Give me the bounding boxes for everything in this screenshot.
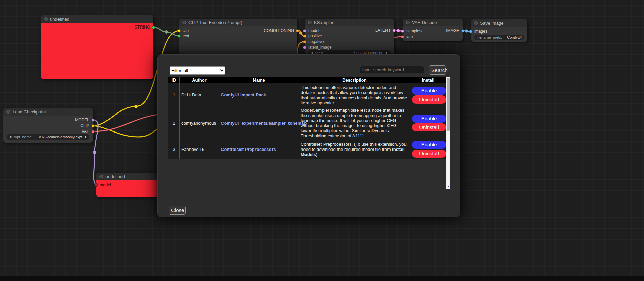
slot-label: clip xyxy=(183,28,189,33)
cell-name: ComfyUI_experiments/sampler_tonemap xyxy=(219,107,299,139)
slot-dot[interactable] xyxy=(461,29,464,32)
slot-label: model xyxy=(100,182,111,187)
uninstall-button[interactable]: Uninstall xyxy=(412,123,446,131)
slot-dot[interactable] xyxy=(296,29,299,32)
collapse-dot-icon[interactable] xyxy=(406,21,410,24)
table-scrollbar[interactable]: ▼ xyxy=(446,77,450,189)
collapse-dot-icon[interactable] xyxy=(182,21,186,24)
collapse-dot-icon[interactable] xyxy=(99,175,103,178)
input-slot-text[interactable]: text xyxy=(178,34,189,38)
link-dot-image xyxy=(465,30,468,33)
output-slot-image[interactable]: IMAGE xyxy=(446,28,464,33)
collapse-dot-icon[interactable] xyxy=(6,110,10,114)
output-slot-conditioning[interactable]: CONDITIONING xyxy=(264,28,299,33)
slot-dot[interactable] xyxy=(303,40,306,43)
node-load-checkpoint[interactable]: Load Checkpoint MODEL CLIP VAE ◀ ckpt_na… xyxy=(3,108,93,143)
close-button[interactable]: Close xyxy=(169,206,186,215)
scrollbar-thumb[interactable] xyxy=(447,78,450,131)
input-slot-model[interactable]: model xyxy=(303,28,319,33)
input-slot-model[interactable]: model xyxy=(95,182,111,187)
enable-button[interactable]: Enable xyxy=(412,141,446,149)
slot-dot[interactable] xyxy=(401,35,404,38)
uninstall-button[interactable]: Uninstall xyxy=(412,150,446,158)
node-title-bar[interactable]: Save Image xyxy=(471,19,527,27)
slot-label: images xyxy=(474,29,488,34)
slot-dot[interactable] xyxy=(178,29,181,32)
enable-button[interactable]: Enable xyxy=(412,115,446,123)
node-clip-text-encode[interactable]: CLIP Text Encode (Prompt) clip text COND… xyxy=(179,19,297,56)
input-slot-samples[interactable]: samples xyxy=(401,29,422,33)
input-slot-negative[interactable]: negative xyxy=(303,39,324,44)
input-slot-images[interactable]: images xyxy=(469,29,488,34)
output-slot-latent[interactable]: LATENT xyxy=(375,28,396,33)
filter-select[interactable]: Filter: all xyxy=(170,66,225,75)
node-title-text: undefined xyxy=(105,174,125,179)
slot-dot[interactable] xyxy=(92,119,95,122)
node-vae-decode[interactable]: VAE Decode samples vae IMAGE xyxy=(403,19,463,41)
widget-label: filename_prefix xyxy=(477,35,502,39)
output-slot-vae[interactable]: VAE xyxy=(82,129,95,134)
input-slot-positive[interactable]: positive xyxy=(303,34,322,38)
collapse-dot-icon[interactable] xyxy=(474,21,478,25)
output-slot-string[interactable]: STRING xyxy=(135,25,155,30)
stepper-left-icon[interactable]: ◀ xyxy=(9,134,11,140)
uninstall-button[interactable]: Uninstall xyxy=(412,95,446,104)
slot-dot[interactable] xyxy=(393,29,396,32)
node-title-text: VAE Decode xyxy=(412,20,437,25)
cell-name: ControlNet Preprocessors xyxy=(219,139,299,159)
widget-value: v1-5-pruned-emaonly.ckpt xyxy=(39,135,82,139)
node-title-text: undefined xyxy=(50,17,69,22)
slot-dot[interactable] xyxy=(92,130,95,133)
enable-button[interactable]: Enable xyxy=(412,87,446,95)
slot-dot[interactable] xyxy=(303,29,306,32)
node-title-bar[interactable]: undefined xyxy=(41,15,153,23)
cell-description: ModelSamplerTonemapNoiseTest a node that… xyxy=(299,107,410,139)
ckpt-name-widget[interactable]: ◀ ckpt_name v1-5-pruned-emaonly.ckpt ▶ xyxy=(7,134,89,140)
cell-install: Enable Uninstall xyxy=(410,107,446,139)
node-title-bar[interactable]: CLIP Text Encode (Prompt) xyxy=(179,19,297,26)
slot-dot[interactable] xyxy=(303,46,306,49)
slot-dot[interactable] xyxy=(152,26,155,29)
node-title-text: Save Image xyxy=(480,21,503,26)
input-slot-vae[interactable]: vae xyxy=(401,34,413,39)
slot-dot[interactable] xyxy=(469,30,472,33)
slot-dot[interactable] xyxy=(92,124,95,127)
slot-dot[interactable] xyxy=(95,183,98,187)
extension-link[interactable]: ComfyUI_experiments/sampler_tonemap xyxy=(221,121,307,126)
node-ksampler[interactable]: KSampler model positive negative latent_… xyxy=(305,19,394,57)
description-text: ModelSamplerTonemapNoiseTest a node that… xyxy=(301,108,404,138)
output-slot-clip[interactable]: CLIP xyxy=(80,123,95,128)
node-undefined-top[interactable]: undefined STRING xyxy=(41,15,153,79)
scrollbar-down-icon[interactable]: ▼ xyxy=(446,185,450,188)
search-input[interactable] xyxy=(360,66,424,73)
input-slot-latent-image[interactable]: latent_image xyxy=(303,45,332,50)
header-id: ID xyxy=(168,77,180,83)
search-button[interactable]: Search xyxy=(429,65,446,75)
slot-dot[interactable] xyxy=(401,30,404,33)
widget-label: ckpt_name xyxy=(13,135,32,139)
cell-id: 1 xyxy=(168,83,180,107)
collapse-dot-icon[interactable] xyxy=(308,21,312,24)
node-title-bar[interactable]: VAE Decode xyxy=(403,19,463,26)
slot-label: samples xyxy=(406,29,422,33)
slot-label: MODEL xyxy=(75,118,89,122)
extension-link[interactable]: ComfyUI Impact Pack xyxy=(221,92,266,98)
stepper-right-icon[interactable]: ▶ xyxy=(85,134,87,140)
slot-label: STRING xyxy=(135,25,150,30)
slot-dot[interactable] xyxy=(303,35,306,38)
node-title-bar[interactable]: Load Checkpoint xyxy=(3,108,93,116)
slot-dot[interactable] xyxy=(178,35,181,38)
extension-link[interactable]: ControlNet Preprocessors xyxy=(221,147,276,152)
table-header-row: ID Author Name Description Install xyxy=(168,77,446,83)
node-save-image[interactable]: Save Image images filename_prefix ComfyU… xyxy=(471,19,527,42)
slot-label: latent_image xyxy=(308,45,332,50)
collapse-dot-icon[interactable] xyxy=(44,17,48,21)
header-description: Description xyxy=(299,77,410,83)
widget-value: ComfyUI xyxy=(507,35,522,39)
output-slot-model[interactable]: MODEL xyxy=(75,118,95,122)
filename-prefix-widget[interactable]: filename_prefix ComfyUI xyxy=(474,35,524,40)
slot-label: LATENT xyxy=(375,28,391,33)
node-title-bar[interactable]: KSampler xyxy=(305,19,394,26)
description-text: ControlNet Preprocessors. (To use this e… xyxy=(301,142,407,152)
input-slot-clip[interactable]: clip xyxy=(178,28,189,33)
